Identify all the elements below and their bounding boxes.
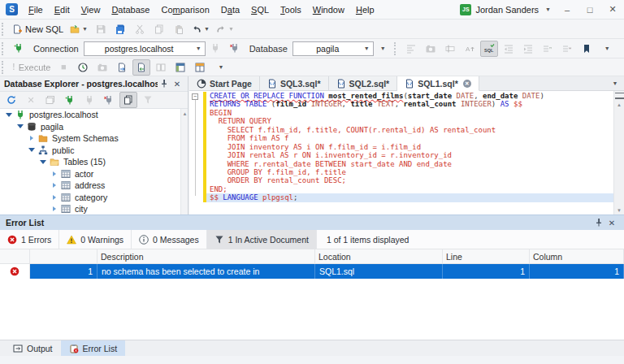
tab-sql3-sql-[interactable]: SQL3.sql*: [260, 76, 329, 90]
tab-list-chevron-icon[interactable]: ▼: [609, 76, 624, 90]
bookmark-button[interactable]: [578, 41, 596, 57]
menu-file[interactable]: File: [23, 0, 49, 20]
collapse-icon[interactable]: [5, 111, 12, 119]
connection-select[interactable]: postgres.localhost ▼: [84, 41, 206, 56]
execute-button[interactable]: !Execute: [10, 59, 53, 76]
column-header-description[interactable]: Description: [98, 249, 315, 263]
error-row[interactable]: 1no schema has been selected to create i…: [0, 264, 624, 279]
messages-filter-button[interactable]: 0 Messages: [132, 230, 207, 249]
code-line[interactable]: FROM film AS f: [210, 134, 544, 142]
scroll-up-icon[interactable]: ▲: [616, 100, 623, 109]
decrease-indent-button[interactable]: [500, 41, 518, 57]
sql-editor[interactable]: − CREATE OR REPLACE FUNCTION most_rented…: [189, 91, 624, 214]
more-button[interactable]: ▼: [597, 41, 615, 57]
expand-icon[interactable]: [50, 182, 58, 189]
open-file-button[interactable]: ▼: [67, 21, 90, 37]
user-menu-chevron-icon[interactable]: ▼: [545, 6, 551, 12]
pivot-table-button[interactable]: [171, 59, 189, 76]
expand-icon[interactable]: [50, 170, 58, 177]
database-select[interactable]: pagila ▼: [292, 41, 374, 56]
code-line[interactable]: JOIN rental AS r ON i.inventory_id = r.i…: [210, 151, 544, 159]
close-panel-icon[interactable]: ✕: [171, 77, 184, 90]
query-snapshot-button[interactable]: [93, 59, 111, 76]
code-line[interactable]: GROUP BY f.film_id, f.title: [210, 168, 544, 176]
save-button[interactable]: [92, 21, 110, 37]
code-area[interactable]: CREATE OR REPLACE FUNCTION most_rented_f…: [210, 92, 544, 202]
errors-filter-button[interactable]: 1 Errors: [0, 230, 59, 249]
menu-comparison[interactable]: Comparison: [155, 0, 214, 20]
column-header-location[interactable]: Location: [315, 249, 443, 263]
filter-button[interactable]: [139, 92, 157, 108]
code-line[interactable]: CREATE OR REPLACE FUNCTION most_rented_f…: [210, 92, 544, 100]
fold-collapse-icon[interactable]: −: [192, 93, 198, 100]
code-line[interactable]: WHERE r.rental_date BETWEEN start_date A…: [210, 160, 544, 168]
code-line[interactable]: END;: [210, 185, 544, 193]
code-line[interactable]: BEGIN: [210, 109, 544, 117]
paste-button[interactable]: [170, 21, 188, 37]
code-line[interactable]: SELECT f.film_id, f.title, COUNT(r.renta…: [210, 126, 544, 134]
close-button[interactable]: ✕: [601, 0, 624, 20]
scroll-down-icon[interactable]: ▼: [616, 206, 623, 214]
column-header-line[interactable]: Line: [443, 249, 530, 263]
save-all-button[interactable]: [111, 21, 129, 37]
properties-button[interactable]: [41, 92, 59, 108]
column-header-column[interactable]: Column: [530, 249, 624, 263]
tree-item-category[interactable]: category: [0, 192, 181, 204]
increase-indent-button[interactable]: [519, 41, 537, 57]
uncomment-lines-button[interactable]: ❝: [558, 41, 576, 57]
tree-item-actor[interactable]: actor: [0, 168, 181, 180]
close-panel-icon[interactable]: ✕: [605, 216, 618, 229]
tree-item-address[interactable]: address: [0, 180, 181, 192]
disconnect-button[interactable]: x: [226, 41, 244, 57]
minimize-button[interactable]: –: [556, 0, 578, 20]
connect-button[interactable]: [206, 41, 224, 57]
active-document-filter-button[interactable]: 1 In Active Document: [207, 230, 317, 249]
new-connection-button[interactable]: +: [10, 41, 28, 57]
expand-icon[interactable]: [28, 135, 35, 142]
snapshot-button[interactable]: [422, 41, 440, 57]
query-history-button[interactable]: [74, 59, 92, 76]
toolbar-grip[interactable]: [2, 23, 6, 36]
stop-button[interactable]: ■: [54, 59, 72, 76]
undo-button[interactable]: ▼: [189, 21, 212, 37]
menu-view[interactable]: View: [76, 0, 106, 20]
tab-start-page[interactable]: Start Page: [189, 76, 260, 90]
user-name[interactable]: Jordan Sanders: [475, 5, 539, 15]
scroll-up-icon[interactable]: ▲: [181, 109, 188, 118]
collapse-icon[interactable]: [16, 123, 24, 130]
cut-button[interactable]: [131, 21, 149, 37]
copy-button[interactable]: [150, 21, 168, 37]
code-line[interactable]: RETURNS TABLE (film_id INTEGER, title TE…: [210, 100, 544, 108]
connect-button[interactable]: [80, 92, 98, 108]
tree-scrollbar[interactable]: ▲: [180, 109, 188, 214]
format-document-button[interactable]: [402, 41, 420, 57]
menu-tools[interactable]: Tools: [275, 0, 307, 20]
tree-item-tables-15-[interactable]: Tables (15): [0, 156, 181, 168]
toolbar-grip[interactable]: [2, 61, 6, 74]
combo-overflow-chevron-icon[interactable]: ▼: [380, 46, 386, 51]
code-line[interactable]: JOIN inventory AS i ON f.film_id = i.fil…: [210, 143, 544, 151]
more-button[interactable]: ▼: [210, 59, 228, 76]
delete-button[interactable]: ✕: [22, 92, 40, 108]
output-tab[interactable]: Output: [5, 340, 61, 356]
pin-icon[interactable]: [158, 77, 171, 90]
export-data-button[interactable]: [113, 59, 131, 76]
duplicate-window-button[interactable]: [119, 92, 137, 108]
redo-button[interactable]: ▼: [214, 21, 236, 37]
refresh-button[interactable]: [2, 92, 20, 108]
toolbar-grip[interactable]: [2, 42, 6, 55]
collapse-icon[interactable]: [28, 146, 35, 154]
splitter-handle-icon[interactable]: [615, 93, 624, 99]
tree-item-postgres-localhost[interactable]: postgres.localhost: [0, 109, 181, 121]
warnings-filter-button[interactable]: 0 Warnings: [59, 230, 132, 249]
format-sql-button[interactable]: SQL: [480, 41, 498, 57]
compare-button[interactable]: [152, 59, 170, 76]
code-line[interactable]: RETURN QUERY: [210, 117, 544, 125]
import-data-button[interactable]: [132, 59, 150, 76]
maximize-button[interactable]: □: [578, 0, 601, 20]
disconnect-button[interactable]: x: [100, 92, 118, 108]
tree-item-city[interactable]: city: [0, 203, 181, 214]
toolbar-grip[interactable]: [394, 42, 398, 55]
menu-data[interactable]: Data: [215, 0, 245, 20]
error-list-tab[interactable]: Error List: [61, 340, 126, 356]
